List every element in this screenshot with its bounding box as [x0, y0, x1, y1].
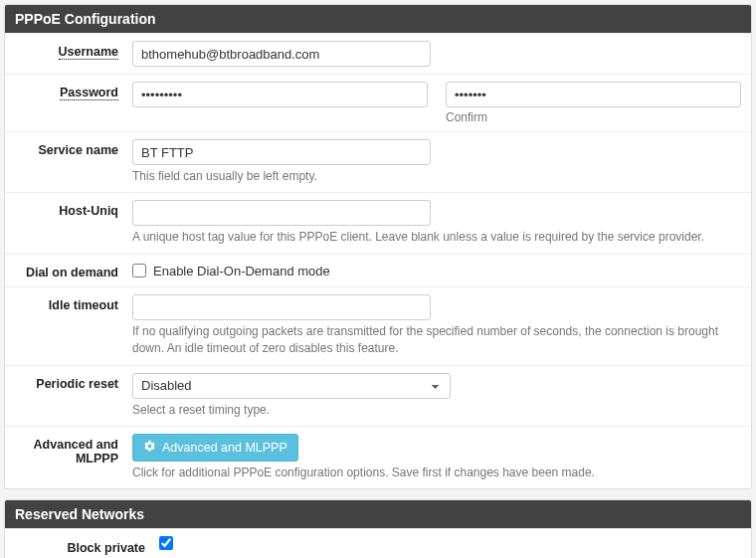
service-name-help: This field can usually be left empty. — [132, 168, 741, 185]
pppoe-config-panel: PPPoE Configuration Username Password Co… — [4, 4, 752, 489]
label-password: Password — [15, 82, 132, 99]
password-confirm-input[interactable] — [446, 82, 741, 107]
row-host-uniq: Host-Uniq A unique host tag value for th… — [5, 192, 751, 253]
periodic-reset-select[interactable]: Disabled — [132, 373, 451, 399]
reserved-networks-panel: Reserved Networks Block private networks… — [4, 499, 752, 558]
dial-on-demand-checkbox[interactable] — [132, 264, 146, 278]
periodic-reset-help: Select a reset timing type. — [132, 402, 741, 419]
idle-timeout-input[interactable] — [132, 294, 431, 320]
row-periodic-reset: Periodic reset Disabled Select a reset t… — [5, 365, 751, 426]
idle-timeout-help: If no qualifying outgoing packets are tr… — [132, 323, 741, 358]
host-uniq-input[interactable] — [132, 200, 431, 226]
gear-icon — [143, 440, 156, 456]
label-advanced-mlppp: Advanced and MLPPP — [15, 434, 132, 465]
label-block-private: Block private networks and loopback addr… — [15, 536, 159, 558]
label-username: Username — [15, 41, 132, 59]
row-service-name: Service name This field can usually be l… — [5, 131, 751, 192]
row-username: Username — [5, 33, 751, 74]
row-dial-on-demand: Dial on demand Enable Dial-On-Demand mod… — [5, 254, 751, 286]
host-uniq-help: A unique host tag value for this PPPoE c… — [132, 229, 741, 246]
password-confirm-label: Confirm — [446, 110, 741, 124]
service-name-input[interactable] — [132, 139, 431, 165]
advanced-mlppp-button[interactable]: Advanced and MLPPP — [132, 434, 298, 462]
label-periodic-reset: Periodic reset — [15, 373, 132, 391]
label-dial-on-demand: Dial on demand — [15, 262, 132, 279]
row-block-private: Block private networks and loopback addr… — [5, 528, 751, 558]
pppoe-panel-title: PPPoE Configuration — [5, 5, 751, 33]
reserved-panel-title: Reserved Networks — [5, 500, 751, 528]
dial-on-demand-checkbox-label: Enable Dial-On-Demand mode — [153, 264, 330, 279]
password-input[interactable] — [132, 82, 428, 107]
row-password: Password Confirm — [5, 74, 751, 131]
block-private-checkbox[interactable] — [159, 536, 173, 550]
advanced-mlppp-button-label: Advanced and MLPPP — [162, 441, 287, 455]
advanced-mlppp-help: Click for additional PPPoE configuration… — [132, 465, 741, 481]
row-advanced-mlppp: Advanced and MLPPP Advanced and MLPPP Cl… — [5, 426, 751, 488]
username-input[interactable] — [132, 41, 431, 67]
row-idle-timeout: Idle timeout If no qualifying outgoing p… — [5, 286, 751, 365]
label-idle-timeout: Idle timeout — [15, 294, 132, 312]
label-host-uniq: Host-Uniq — [15, 200, 132, 218]
label-service-name: Service name — [15, 139, 132, 157]
